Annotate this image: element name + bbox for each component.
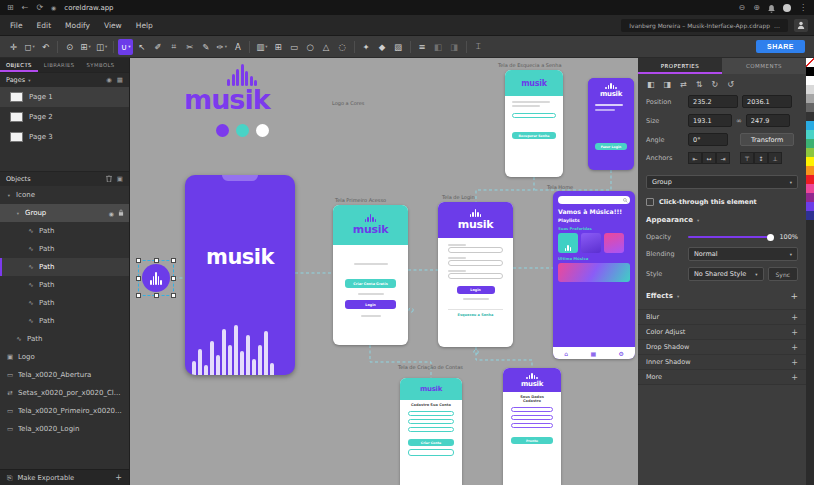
account-icon[interactable] <box>794 19 808 32</box>
palette-swatch[interactable] <box>806 211 814 220</box>
layer-row-group[interactable]: ▾ Group ◉ <box>0 204 129 222</box>
palette-swatch[interactable] <box>806 166 814 175</box>
anchor-middle-v-button[interactable]: ↕ <box>754 152 768 164</box>
tab-symbols[interactable]: SYMBOLS <box>81 58 121 72</box>
zoom-in-icon[interactable]: ⊕ <box>753 4 760 12</box>
eyedropper-tool[interactable]: ✦ <box>359 39 374 55</box>
palette-swatch[interactable] <box>806 193 814 202</box>
palette-swatch[interactable] <box>806 76 814 85</box>
zoom-options[interactable]: ⊞▾ <box>78 39 93 55</box>
layer-row-setas[interactable]: ⇄ Setas_x0020_por_x0020_Cl... <box>0 384 129 402</box>
rectangle-tool[interactable]: ▭ <box>287 39 302 55</box>
rotate-cw-icon[interactable]: ↻ <box>712 80 719 89</box>
page-options-icon[interactable]: ▦ <box>117 76 123 84</box>
canvas-label-esquecia[interactable]: Tela de Esquecia a Senha <box>498 62 561 68</box>
view-mode-flyout[interactable]: ◫▾ <box>94 39 109 55</box>
anchor-center-h-button[interactable]: ↔ <box>702 152 716 164</box>
group-dropdown[interactable]: Group ▾ <box>646 175 798 189</box>
palette-swatch[interactable] <box>806 85 814 94</box>
canvas-label-criacao[interactable]: Tela de Criação de Contas <box>398 364 463 370</box>
add-more-icon[interactable]: + <box>791 373 798 382</box>
lock-ratio-icon[interactable]: ∞ <box>736 117 742 125</box>
canvas[interactable]: Tela de Esquecia a Senha Logo a Cores Te… <box>130 58 638 485</box>
artboard-esquecia-senha[interactable]: musik Recuperar Senha <box>505 70 563 177</box>
selected-icon-object[interactable] <box>138 260 174 296</box>
layer-row-tela-login[interactable]: ▭ Tela_x0020_Login <box>0 420 129 438</box>
flip-vertical-icon[interactable]: ⇅ <box>696 80 703 89</box>
shape-tool[interactable]: ✐ <box>150 39 165 55</box>
back-icon[interactable]: ← <box>22 4 29 12</box>
selection-handle[interactable] <box>136 258 141 263</box>
layer-row-path[interactable]: ∿ Path <box>0 330 129 348</box>
canvas-label-logo[interactable]: Logo a Cores <box>332 100 364 106</box>
size-width-input[interactable] <box>688 114 732 127</box>
selection-handle[interactable] <box>154 293 159 298</box>
zoom-tool[interactable]: ⊙ <box>62 39 77 55</box>
position-y-input[interactable] <box>742 95 792 108</box>
effect-drop-shadow[interactable]: Drop Shadow + <box>638 340 806 355</box>
logo-wordmark[interactable]: musik <box>184 84 270 115</box>
add-blur-icon[interactable]: + <box>791 313 798 322</box>
effect-inner-shadow[interactable]: Inner Shadow + <box>638 355 806 370</box>
selection-flyout[interactable]: ◻▾ <box>22 39 37 55</box>
brush-flyout[interactable]: ✑▾ <box>214 39 229 55</box>
tab-overview-icon[interactable]: ⊞ <box>7 4 14 12</box>
artboard-cadastro[interactable]: musik Cadastre Sua Conta Criar Conta <box>400 378 462 485</box>
selection-handle[interactable] <box>154 258 159 263</box>
artboard-verificacao-email[interactable]: musik Fazer Login <box>588 78 634 170</box>
transform-button[interactable]: Transform <box>740 133 794 146</box>
layer-row-icone[interactable]: ▾ Icone <box>0 186 129 204</box>
menu-modify[interactable]: Modify <box>58 21 97 30</box>
palette-swatch[interactable] <box>806 148 814 157</box>
selection-handle[interactable] <box>136 276 141 281</box>
visibility-icon[interactable]: ◉ <box>109 210 114 217</box>
page-item-3[interactable]: Page 3 <box>0 127 129 147</box>
palette-swatch[interactable] <box>806 67 814 76</box>
anchor-bottom-button[interactable]: ⊥ <box>768 152 782 164</box>
anchor-top-button[interactable]: ⊤ <box>740 152 754 164</box>
layer-row-path[interactable]: ∿ Path <box>0 294 129 312</box>
add-export-icon[interactable]: + <box>115 473 122 482</box>
artboard-primeiro-acesso[interactable]: musik Criar Conta Gratis Login <box>333 205 408 345</box>
trash-icon[interactable] <box>106 175 112 184</box>
page-item-2[interactable]: Page 2 <box>0 107 129 127</box>
palette-swatch[interactable] <box>806 175 814 184</box>
logo-color-swatches[interactable] <box>216 124 269 137</box>
text-tool[interactable]: A <box>230 39 245 55</box>
artboard-home[interactable]: Vamos à Música!!! Playlists Suas Preferi… <box>553 191 635 359</box>
menu-edit[interactable]: Edit <box>30 21 59 30</box>
canvas-label-login[interactable]: Tela de Login <box>442 194 475 200</box>
appearance-header[interactable]: Appearance ▾ <box>638 206 806 224</box>
layer-row-logo[interactable]: ▣ Logo <box>0 348 129 366</box>
align-tool[interactable]: ≡ <box>415 39 430 55</box>
send-to-back-icon[interactable]: ◨ <box>664 80 672 89</box>
layer-row-tela-primeiro[interactable]: ▭ Tela_x0020_Primeiro_x0020... <box>0 402 129 420</box>
selection-handle[interactable] <box>171 276 176 281</box>
clickthrough-checkbox[interactable] <box>646 198 654 206</box>
new-layer-icon[interactable]: ▣ <box>117 175 123 183</box>
table-tool[interactable]: ⊞ <box>271 39 286 55</box>
anchor-right-button[interactable]: ⇥ <box>716 152 730 164</box>
size-height-input[interactable] <box>746 114 790 127</box>
pages-section-header[interactable]: Pages ▾ ◉ ▦ <box>0 72 129 87</box>
add-color-adjust-icon[interactable]: + <box>791 328 798 337</box>
add-inner-shadow-icon[interactable]: + <box>791 358 798 367</box>
blending-dropdown[interactable]: Normal ▾ <box>688 247 798 261</box>
layer-row-path[interactable]: ∿ Path <box>0 276 129 294</box>
position-x-input[interactable] <box>688 95 738 108</box>
chart-flyout[interactable]: ▥▾ <box>254 39 269 55</box>
layer-row-path-selected[interactable]: ∿ Path <box>0 258 129 276</box>
palette-swatch[interactable] <box>806 130 814 139</box>
share-button[interactable]: SHARE <box>756 40 805 53</box>
opacity-slider-thumb[interactable] <box>767 234 774 241</box>
palette-swatch[interactable] <box>806 202 814 211</box>
add-effect-icon[interactable]: + <box>790 291 798 301</box>
artboard-dados-cadastro[interactable]: musik Seus Dados Cadastro Pronto <box>503 368 561 485</box>
palette-swatch[interactable] <box>806 103 814 112</box>
palette-swatch[interactable] <box>806 94 814 103</box>
sync-button[interactable]: Sync <box>768 267 798 281</box>
opacity-slider[interactable] <box>688 236 772 238</box>
weld-tool[interactable]: ◧ <box>431 39 446 55</box>
canvas-label-home[interactable]: Tela Home <box>547 184 573 190</box>
palette-swatch-none[interactable] <box>806 58 814 67</box>
